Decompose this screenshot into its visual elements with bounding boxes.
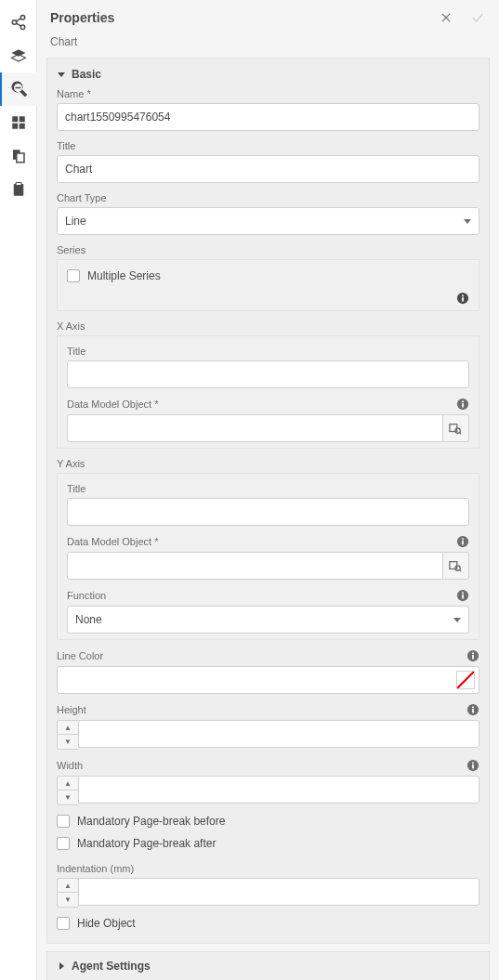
- svg-rect-36: [462, 595, 464, 598]
- xaxis-title-input[interactable]: [67, 360, 469, 388]
- hide-object-checkbox[interactable]: [57, 917, 70, 930]
- panel-content: Basic Name * Title Chart Type: [46, 58, 490, 980]
- rail-assets-icon[interactable]: [0, 106, 37, 139]
- multiple-series-label: Multiple Series: [87, 269, 161, 282]
- rail-layers-icon[interactable]: [0, 39, 37, 72]
- label-yaxis-title: Title: [67, 483, 469, 494]
- confirm-icon[interactable]: [469, 9, 486, 26]
- info-icon[interactable]: [456, 292, 469, 305]
- section-basic-title: Basic: [72, 68, 101, 81]
- height-stepper: ▲ ▼: [57, 720, 78, 750]
- xaxis-box: Title Data Model Object *: [57, 335, 479, 449]
- rail-data-icon[interactable]: [0, 139, 37, 173]
- svg-rect-41: [472, 653, 474, 655]
- field-hide-object: Hide Object: [57, 917, 479, 930]
- width-stepper: ▲ ▼: [57, 776, 78, 805]
- properties-panel: Properties Chart Basic Name *: [37, 0, 499, 980]
- series-box: Multiple Series: [57, 259, 479, 311]
- field-title: Title: [57, 140, 479, 183]
- svg-rect-25: [462, 401, 464, 403]
- step-down-icon[interactable]: ▼: [58, 893, 78, 907]
- yaxis-title-input[interactable]: [67, 498, 469, 526]
- field-yaxis: Y Axis Title Data Model Object *: [57, 458, 479, 640]
- label-width: Width: [57, 759, 479, 772]
- label-line-color: Line Color: [57, 649, 479, 662]
- step-down-icon[interactable]: ▼: [58, 791, 78, 804]
- line-color-picker[interactable]: [57, 666, 479, 694]
- svg-point-0: [20, 16, 25, 20]
- info-icon[interactable]: [466, 649, 479, 662]
- no-color-icon: [456, 671, 475, 689]
- svg-rect-11: [19, 124, 24, 129]
- label-height: Height: [57, 703, 479, 716]
- svg-rect-9: [19, 116, 24, 122]
- section-agent-header[interactable]: Agent Settings: [57, 960, 479, 973]
- section-agent-settings: Agent Settings: [46, 951, 490, 980]
- svg-rect-31: [462, 539, 464, 541]
- svg-rect-8: [12, 116, 18, 122]
- pb-after-checkbox[interactable]: [57, 837, 70, 850]
- chart-type-select[interactable]: [57, 207, 479, 235]
- rail-properties-icon[interactable]: [0, 72, 37, 106]
- section-basic: Basic Name * Title Chart Type: [46, 58, 490, 944]
- yaxis-function-select[interactable]: [67, 606, 469, 634]
- svg-line-3: [16, 19, 20, 21]
- svg-rect-40: [472, 655, 474, 659]
- browse-icon[interactable]: [443, 414, 469, 442]
- height-input[interactable]: [78, 720, 479, 748]
- svg-rect-24: [462, 403, 464, 407]
- rail-share-icon[interactable]: [0, 6, 37, 39]
- label-yaxis-dmo: Data Model Object *: [67, 535, 469, 548]
- svg-rect-30: [462, 541, 464, 544]
- svg-rect-15: [16, 183, 21, 186]
- width-input[interactable]: [78, 776, 479, 804]
- info-icon[interactable]: [456, 589, 469, 602]
- svg-rect-47: [472, 763, 474, 764]
- field-indentation: Indentation (mm) ▲ ▼: [57, 863, 479, 908]
- svg-point-1: [12, 20, 17, 25]
- label-series: Series: [57, 244, 479, 255]
- indentation-input[interactable]: [78, 878, 479, 906]
- multiple-series-checkbox[interactable]: [67, 269, 80, 282]
- yaxis-dmo-input[interactable]: [67, 552, 443, 580]
- info-icon[interactable]: [456, 535, 469, 548]
- pb-before-checkbox[interactable]: [57, 815, 70, 828]
- label-xaxis-dmo: Data Model Object *: [67, 398, 469, 411]
- svg-line-28: [460, 432, 462, 434]
- info-icon[interactable]: [466, 759, 479, 772]
- yaxis-box: Title Data Model Object *: [57, 473, 479, 640]
- field-height: Height ▲ ▼: [57, 703, 479, 750]
- name-input[interactable]: [57, 103, 479, 131]
- svg-rect-13: [16, 153, 23, 163]
- label-yaxis-function: Function: [67, 589, 469, 602]
- field-pb-before: Mandatory Page-break before: [57, 815, 479, 828]
- close-icon[interactable]: [438, 9, 454, 26]
- browse-icon[interactable]: [443, 552, 469, 580]
- indentation-stepper: ▲ ▼: [57, 878, 78, 908]
- svg-marker-18: [58, 72, 65, 77]
- svg-rect-7: [15, 87, 20, 89]
- label-xaxis-title: Title: [67, 346, 469, 357]
- svg-line-34: [460, 569, 462, 571]
- info-icon[interactable]: [456, 398, 469, 411]
- chevron-right-icon: [57, 961, 66, 971]
- chevron-down-icon: [57, 70, 66, 79]
- step-up-icon[interactable]: ▲: [58, 879, 78, 893]
- xaxis-dmo-input[interactable]: [67, 414, 443, 442]
- field-xaxis: X Axis Title Data Model Object *: [57, 320, 479, 449]
- step-up-icon[interactable]: ▲: [58, 777, 78, 791]
- pb-before-label: Mandatory Page-break before: [77, 815, 225, 828]
- field-width: Width ▲ ▼: [57, 759, 479, 805]
- step-up-icon[interactable]: ▲: [58, 721, 78, 735]
- label-xaxis: X Axis: [57, 320, 479, 332]
- field-line-color: Line Color: [57, 649, 479, 694]
- svg-rect-10: [12, 124, 18, 129]
- svg-rect-22: [462, 295, 464, 297]
- step-down-icon[interactable]: ▼: [58, 735, 78, 749]
- rail-clipboard-icon[interactable]: [0, 173, 37, 206]
- svg-point-2: [20, 25, 25, 30]
- title-input[interactable]: [57, 155, 479, 183]
- svg-rect-37: [462, 593, 464, 595]
- section-basic-header[interactable]: Basic: [57, 68, 479, 88]
- info-icon[interactable]: [466, 703, 479, 716]
